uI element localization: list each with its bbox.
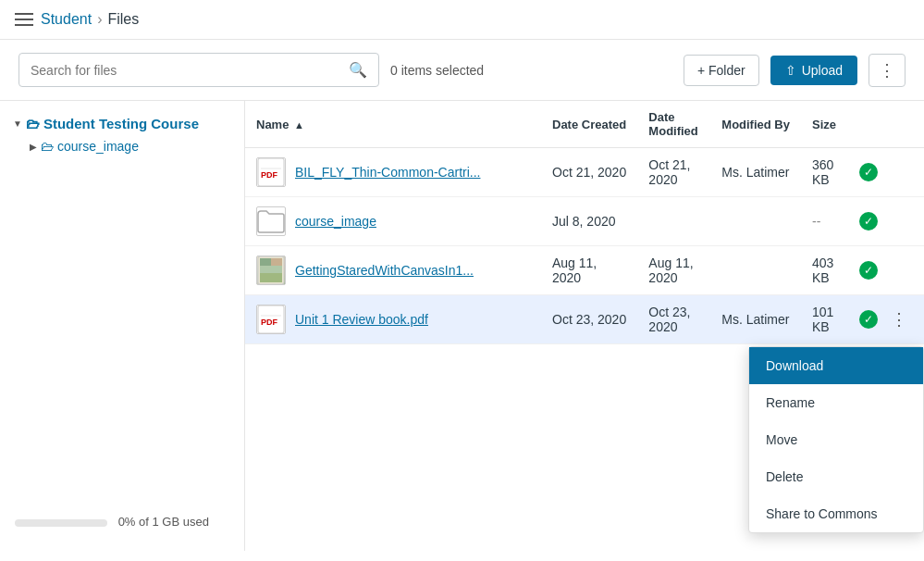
search-button[interactable]: 🔍	[349, 61, 367, 79]
file-modified-by: Ms. Latimer	[710, 148, 801, 197]
table-header-row: Name ▲ Date Created DateModified Modifie…	[245, 101, 924, 148]
sidebar: ▼ 🗁 Student Testing Course ▶ 🗁 course_im…	[0, 101, 245, 551]
sidebar-course-item[interactable]: ▼ 🗁 Student Testing Course	[7, 112, 237, 135]
file-actions-cell: ✓	[848, 197, 924, 246]
col-size[interactable]: Size	[801, 101, 848, 148]
upload-icon: ⇧	[785, 63, 796, 78]
file-name-cell[interactable]: PDF Unit 1 Review book.pdf	[245, 295, 541, 344]
status-check-icon: ✓	[859, 163, 878, 181]
subfolder-arrow-icon: ▶	[30, 142, 37, 152]
table-row: PDF Unit 1 Review book.pdf Oct 23, 2020 …	[245, 295, 924, 344]
file-modified-by	[710, 246, 801, 295]
upload-label: Upload	[802, 63, 843, 78]
pdf-icon: PDF	[256, 305, 286, 334]
file-date-modified	[637, 197, 710, 246]
status-check-icon: ✓	[859, 212, 878, 231]
subfolder-label: course_image	[57, 139, 139, 154]
toolbar: 🔍 0 items selected + Folder ⇧ Upload ⋮	[0, 40, 924, 101]
pdf-icon: PDF	[256, 157, 286, 187]
sidebar-tree: ▼ 🗁 Student Testing Course ▶ 🗁 course_im…	[0, 112, 244, 157]
storage-bar	[15, 519, 107, 527]
context-menu-item-rename[interactable]: Rename	[749, 384, 923, 421]
file-actions-cell: ✓	[848, 148, 924, 197]
file-name-cell[interactable]: PDF BIL_FLY_Thin-Common-Cartri...	[245, 148, 541, 197]
top-nav: Student › Files	[0, 0, 924, 40]
file-name-cell[interactable]: GettingStaredWithCanvasIn1...	[245, 246, 541, 295]
file-modified-by	[710, 197, 801, 246]
items-selected-count: 0 items selected	[390, 63, 672, 78]
file-name-label: BIL_FLY_Thin-Common-Cartri...	[295, 165, 480, 180]
file-table-area: Name ▲ Date Created DateModified Modifie…	[245, 101, 924, 551]
file-actions-cell: ✓	[848, 246, 924, 295]
col-name[interactable]: Name ▲	[245, 101, 541, 148]
file-date-modified: Oct 23, 2020	[637, 295, 710, 344]
svg-rect-7	[260, 273, 282, 282]
add-folder-button[interactable]: + Folder	[684, 55, 759, 86]
breadcrumb: Student › Files	[41, 11, 139, 28]
table-row: PDF BIL_FLY_Thin-Common-Cartri... Oct 21…	[245, 148, 924, 197]
storage-label: 0% of 1 GB used	[118, 515, 209, 529]
breadcrumb-app[interactable]: Student	[41, 11, 92, 28]
file-date-created: Oct 21, 2020	[541, 148, 637, 197]
col-date-modified[interactable]: DateModified	[637, 101, 710, 148]
search-input[interactable]	[31, 63, 341, 78]
actions-group: ✓ ⋮	[859, 307, 913, 331]
actions-group: ✓	[859, 212, 913, 231]
upload-button[interactable]: ⇧ Upload	[770, 56, 857, 85]
file-actions-cell: ✓ ⋮	[848, 295, 924, 344]
actions-group: ✓	[859, 163, 913, 181]
context-menu-item-move[interactable]: Move	[749, 421, 923, 458]
image-thumbnail	[256, 256, 286, 285]
file-date-modified: Oct 21, 2020	[637, 148, 710, 197]
file-name-label: course_image	[295, 214, 376, 229]
table-row: GettingStaredWithCanvasIn1... Aug 11, 20…	[245, 246, 924, 295]
file-table: Name ▲ Date Created DateModified Modifie…	[245, 101, 924, 344]
table-row: course_image Jul 8, 2020 -- ✓	[245, 197, 924, 246]
svg-rect-4	[260, 258, 271, 266]
file-size: --	[801, 197, 848, 246]
sort-icon: ▲	[294, 119, 304, 131]
file-name-label: GettingStaredWithCanvasIn1...	[295, 263, 474, 278]
main-layout: ▼ 🗁 Student Testing Course ▶ 🗁 course_im…	[0, 101, 924, 551]
folder-icon	[256, 206, 286, 236]
toolbar-more-button[interactable]: ⋮	[869, 54, 906, 87]
breadcrumb-current: Files	[107, 11, 139, 28]
breadcrumb-separator: ›	[97, 11, 102, 28]
svg-rect-5	[271, 258, 282, 266]
context-menu-item-delete[interactable]: Delete	[749, 458, 923, 495]
col-date-created[interactable]: Date Created	[541, 101, 637, 148]
subfolder-icon: 🗁	[41, 139, 54, 154]
col-modified-by[interactable]: Modified By	[710, 101, 801, 148]
course-label: Student Testing Course	[43, 116, 199, 131]
actions-group: ✓	[859, 261, 913, 280]
status-check-icon: ✓	[859, 261, 878, 280]
col-actions	[848, 101, 924, 148]
file-date-created: Jul 8, 2020	[541, 197, 637, 246]
storage-info: 0% of 1 GB used	[0, 504, 244, 540]
file-name-label: Unit 1 Review book.pdf	[295, 312, 428, 327]
context-menu-item-share-to-commons[interactable]: Share to Commons	[749, 495, 923, 532]
folder-icon: 🗁	[26, 116, 40, 131]
file-name-cell[interactable]: course_image	[245, 197, 541, 246]
row-more-button[interactable]: ⋮	[885, 307, 913, 331]
sidebar-subfolder-item[interactable]: ▶ 🗁 course_image	[7, 135, 237, 157]
file-size: 101 KB	[801, 295, 848, 344]
file-date-created: Aug 11, 2020	[541, 246, 637, 295]
file-size: 403 KB	[801, 246, 848, 295]
file-date-created: Oct 23, 2020	[541, 295, 637, 344]
file-size: 360 KB	[801, 148, 848, 197]
file-modified-by: Ms. Latimer	[710, 295, 801, 344]
file-date-modified: Aug 11, 2020	[637, 246, 710, 295]
context-menu-item-download[interactable]: Download	[749, 347, 923, 384]
expand-arrow-icon: ▼	[13, 118, 22, 129]
svg-rect-6	[260, 266, 282, 273]
status-check-icon: ✓	[859, 310, 878, 329]
context-menu: DownloadRenameMoveDeleteShare to Commons	[748, 346, 924, 533]
svg-text:PDF: PDF	[261, 170, 278, 180]
hamburger-menu[interactable]	[15, 13, 33, 26]
search-box: 🔍	[18, 53, 379, 87]
svg-text:PDF: PDF	[261, 318, 278, 327]
